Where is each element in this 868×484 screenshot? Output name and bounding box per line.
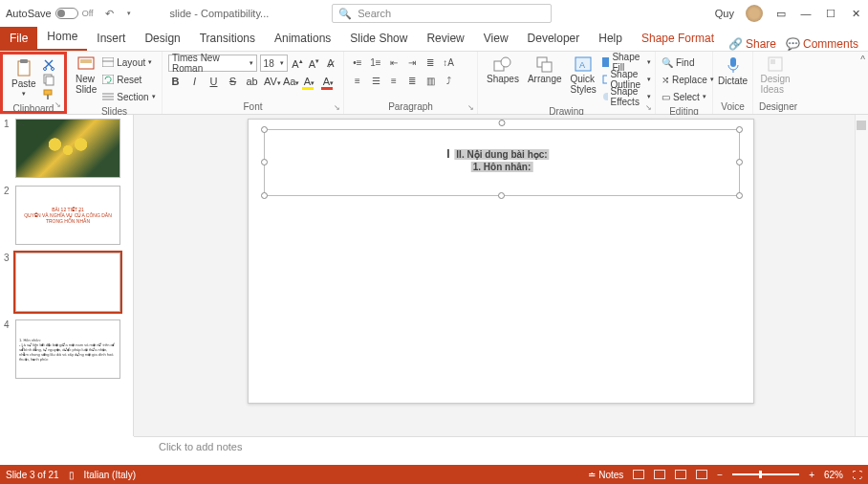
font-name-input[interactable]: Times New Roman▾ [168, 55, 257, 72]
shadow-button[interactable]: ab [245, 76, 259, 87]
strike-button[interactable]: S [226, 76, 240, 87]
case-button[interactable]: Aa▾ [283, 76, 297, 87]
thumbnail-3[interactable]: 3 • ... [4, 253, 129, 312]
tab-view[interactable]: View [474, 27, 518, 51]
notes-pane[interactable]: Click to add notes [134, 436, 868, 465]
ribbon-collapse-icon[interactable]: ^ [860, 55, 865, 65]
shape-outline-button[interactable]: Shape Outline▾ [602, 72, 652, 87]
close-icon[interactable]: ✕ [849, 7, 862, 20]
autosave-toggle[interactable]: AutoSave Off [6, 8, 94, 19]
slide-text-1[interactable]: II. Nội dung bài học: [454, 149, 549, 160]
italic-button[interactable]: I [187, 76, 202, 87]
align-right-icon[interactable]: ≡ [386, 73, 401, 88]
format-painter-icon[interactable] [42, 88, 55, 101]
shape-fill-button[interactable]: Shape Fill▾ [602, 55, 652, 70]
section-button[interactable]: Section▾ [102, 89, 155, 104]
tab-file[interactable]: File [0, 27, 37, 51]
highlight-button[interactable]: A▾ [302, 76, 316, 87]
share-button[interactable]: 🔗Share [728, 37, 776, 51]
tab-design[interactable]: Design [135, 27, 189, 51]
slide-counter[interactable]: Slide 3 of 21 [6, 470, 59, 480]
justify-icon[interactable]: ≣ [404, 73, 420, 88]
tab-animations[interactable]: Animations [265, 27, 340, 51]
indent-dec-icon[interactable]: ⇤ [386, 55, 401, 70]
resize-handle[interactable] [261, 126, 268, 133]
align-center-icon[interactable]: ☰ [368, 73, 383, 88]
normal-view-icon[interactable] [633, 470, 644, 479]
tab-help[interactable]: Help [589, 27, 632, 51]
bold-button[interactable]: B [168, 76, 183, 87]
copy-icon[interactable] [42, 73, 55, 86]
paste-button[interactable]: Paste ▾ [9, 57, 39, 99]
tab-developer[interactable]: Developer [518, 27, 590, 51]
ribbon-mode-icon[interactable]: ▭ [774, 7, 788, 20]
font-size-input[interactable]: 18▾ [260, 55, 288, 72]
thumbnail-4[interactable]: 4 1. Hôn nhân: - Là sự liên kết đặc biệt… [4, 319, 129, 379]
tab-insert[interactable]: Insert [87, 27, 135, 51]
thumbnail-2[interactable]: 2 BÀI 12 TIẾT 21 QUYỀN VÀ NGHĨA VỤ CỦA C… [4, 186, 129, 245]
font-launcher[interactable]: ↘ [334, 103, 340, 112]
dictate-button[interactable]: Dictate [719, 55, 747, 87]
sorter-view-icon[interactable] [654, 470, 665, 479]
new-slide-button[interactable]: New Slide [73, 55, 99, 96]
spacing-button[interactable]: AV▾ [264, 76, 278, 87]
search-box[interactable]: 🔍 Search [332, 4, 552, 23]
text-direction-icon[interactable]: ↕A [441, 55, 456, 70]
slide-canvas[interactable]: II. Nội dung bài học: 1. Hôn nhân: [134, 115, 868, 436]
zoom-out-icon[interactable]: − [717, 470, 723, 480]
underline-button[interactable]: U [206, 76, 221, 87]
tab-transitions[interactable]: Transitions [190, 27, 265, 51]
find-button[interactable]: 🔍Find [662, 55, 706, 70]
font-color-button[interactable]: A▾ [321, 76, 336, 87]
clipboard-launcher[interactable]: ↘ [54, 100, 61, 109]
language-status[interactable]: Italian (Italy) [84, 470, 136, 480]
quick-styles-button[interactable]: AQuick Styles [568, 55, 599, 96]
resize-handle[interactable] [736, 192, 743, 199]
decrease-font-icon[interactable]: A▾ [307, 57, 320, 70]
drawing-launcher[interactable]: ↘ [645, 103, 652, 112]
tab-slideshow[interactable]: Slide Show [340, 27, 417, 51]
indent-inc-icon[interactable]: ⇥ [404, 55, 420, 70]
resize-handle[interactable] [498, 192, 505, 199]
thumbnail-pane[interactable]: 1 2 BÀI 12 TIẾT 21 QUYỀN VÀ NGHĨA VỤ CỦA… [0, 115, 134, 436]
slide-text-2[interactable]: 1. Hôn nhân: [471, 162, 533, 172]
minimize-icon[interactable]: — [799, 7, 813, 20]
slideshow-view-icon[interactable] [696, 470, 707, 479]
maximize-icon[interactable]: ☐ [824, 7, 837, 20]
zoom-slider[interactable] [732, 473, 799, 475]
reset-button[interactable]: Reset [102, 72, 155, 87]
resize-handle[interactable] [261, 192, 268, 199]
bullets-icon[interactable]: •≡ [350, 55, 365, 70]
clear-format-icon[interactable]: A̷ [324, 57, 337, 70]
zoom-value[interactable]: 62% [824, 470, 843, 480]
shape-effects-button[interactable]: Shape Effects▾ [602, 89, 652, 104]
layout-button[interactable]: Layout▾ [102, 55, 155, 70]
reading-view-icon[interactable] [675, 470, 686, 479]
vertical-scrollbar[interactable] [855, 115, 868, 436]
arrange-button[interactable]: Arrange [525, 55, 565, 85]
tab-shape-format[interactable]: Shape Format [632, 27, 724, 51]
shapes-button[interactable]: Shapes [484, 55, 522, 85]
cut-icon[interactable] [42, 57, 55, 71]
select-button[interactable]: ▭Select▾ [662, 89, 706, 104]
resize-handle[interactable] [261, 159, 268, 165]
line-spacing-icon[interactable]: ≣ [423, 55, 438, 70]
accessibility-icon[interactable]: ▯ [69, 470, 75, 480]
comments-button[interactable]: 💬Comments [786, 37, 858, 51]
redo-dropdown-icon[interactable]: ▾ [122, 7, 136, 20]
zoom-in-icon[interactable]: + [809, 470, 814, 480]
paragraph-launcher[interactable]: ↘ [467, 103, 474, 112]
textbox-selection[interactable]: II. Nội dung bài học: 1. Hôn nhân: [264, 129, 740, 196]
rotate-handle[interactable] [499, 120, 506, 126]
design-ideas-button[interactable]: Design Ideas [759, 55, 792, 96]
avatar[interactable] [746, 5, 763, 22]
columns-icon[interactable]: ▥ [423, 73, 438, 88]
fit-window-icon[interactable]: ⛶ [853, 470, 862, 480]
thumbnail-1[interactable]: 1 [4, 119, 129, 178]
resize-handle[interactable] [736, 159, 743, 165]
replace-button[interactable]: ⤭Replace▾ [662, 72, 706, 87]
increase-font-icon[interactable]: A▴ [291, 57, 304, 70]
notes-toggle[interactable]: ≐ Notes [588, 470, 623, 480]
numbering-icon[interactable]: 1≡ [368, 55, 383, 70]
tab-review[interactable]: Review [417, 27, 473, 51]
